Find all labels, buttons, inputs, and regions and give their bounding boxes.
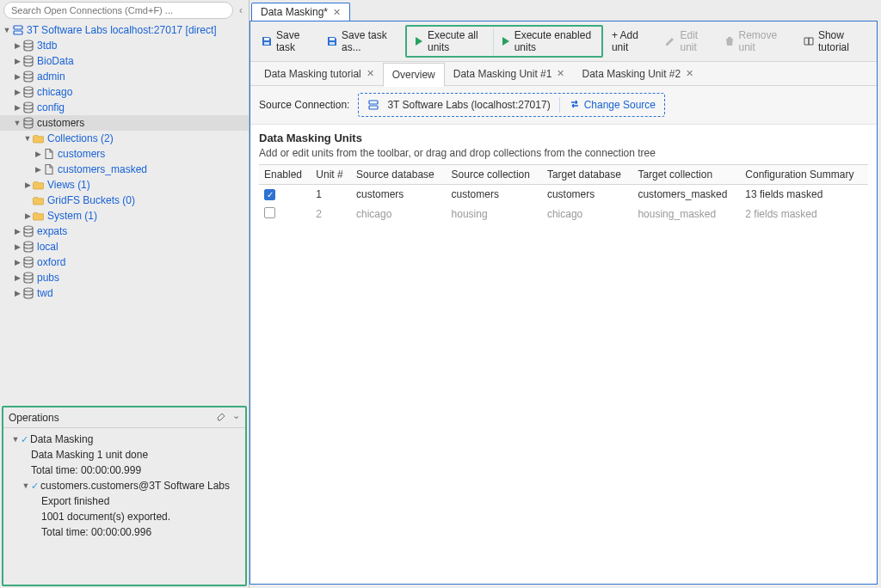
save-task-as-button[interactable]: Save task as... [321, 27, 402, 56]
tree-label: customers_masked [58, 163, 147, 175]
chevron-down-icon[interactable]: ⌄ [232, 410, 240, 425]
tree-label: config [37, 101, 65, 113]
add-unit-button[interactable]: + Add unit [607, 27, 656, 56]
change-source-button[interactable]: Change Source [569, 98, 656, 113]
database-icon [22, 272, 34, 284]
database-icon [22, 70, 34, 83]
op-line: Total time: 00:00:00.996 [7, 524, 242, 540]
tree-label: twd [37, 287, 53, 299]
col-tgt-coll[interactable]: Target collection [632, 165, 740, 185]
close-icon[interactable]: ✕ [686, 68, 693, 79]
tree-label: Views (1) [47, 179, 90, 191]
close-icon[interactable]: ✕ [367, 68, 374, 79]
units-hint: Add or edit units from the toolbar, or d… [259, 147, 868, 159]
subtab-tutorial[interactable]: Data Masking tutorial✕ [256, 63, 383, 85]
connection-tree: ▼ 3T Software Labs localhost:27017 [dire… [0, 21, 249, 406]
col-summary[interactable]: Configuration Summary [740, 165, 868, 185]
tree-db[interactable]: ▶3tdb [0, 38, 249, 53]
database-icon [22, 55, 34, 67]
tree-label: System (1) [47, 210, 97, 222]
database-icon [22, 101, 34, 113]
execute-all-units-button[interactable]: Execute all units [407, 27, 494, 56]
tree-db[interactable]: ▶pubs [0, 270, 249, 285]
database-icon [22, 86, 34, 98]
tree-label: expats [37, 225, 67, 237]
play-icon [499, 35, 511, 47]
op-child[interactable]: ▼✓customers.customers@3T Software Labs [7, 478, 242, 493]
database-icon [22, 40, 34, 52]
tree-views-folder[interactable]: ▶Views (1) [0, 177, 249, 193]
tree-label: pubs [37, 272, 59, 284]
edit-unit-button: Edit unit [659, 27, 714, 56]
tree-label: chicago [37, 86, 72, 98]
document-icon [43, 163, 55, 175]
database-icon [22, 225, 34, 237]
units-table: Enabled Unit # Source database Source co… [259, 164, 868, 224]
tree-system-folder[interactable]: ▶System (1) [0, 208, 249, 224]
subtab-unit-1[interactable]: Data Masking Unit #1✕ [445, 63, 574, 85]
enabled-checkbox[interactable] [264, 207, 275, 218]
save-task-button[interactable]: Save task [256, 27, 317, 56]
op-line: Export finished [7, 493, 242, 509]
subtab-unit-2[interactable]: Data Masking Unit #2✕ [573, 63, 702, 85]
database-icon [22, 241, 34, 253]
connection-sidebar: ‹ ▼ 3T Software Labs localhost:27017 [di… [0, 0, 250, 588]
document-icon [43, 148, 55, 160]
show-tutorial-button[interactable]: Show tutorial [798, 27, 872, 56]
execute-button-group: Execute all units Execute enabled units [405, 25, 603, 58]
tree-db[interactable]: ▶chicago [0, 84, 249, 100]
collapse-sidebar-icon[interactable]: ‹ [237, 4, 245, 16]
tree-db[interactable]: ▶config [0, 100, 249, 115]
col-src-db[interactable]: Source database [351, 165, 447, 185]
close-icon[interactable]: ✕ [333, 7, 341, 18]
col-tgt-db[interactable]: Target database [542, 165, 633, 185]
search-input[interactable] [3, 2, 233, 19]
folder-icon [33, 179, 45, 191]
source-connection-row: Source Connection: 3T Software Labs (loc… [250, 86, 877, 125]
folder-icon [33, 194, 45, 206]
subtab-overview[interactable]: Overview [383, 63, 445, 87]
editor-tab-label: Data Masking* [261, 6, 328, 18]
op-label: Data Masking [30, 433, 93, 445]
editor-tab-data-masking[interactable]: Data Masking* ✕ [251, 3, 350, 21]
op-line: Data Masking 1 unit done [7, 447, 242, 462]
tree-db[interactable]: ▶expats [0, 224, 249, 239]
op-root[interactable]: ▼✓Data Masking [7, 432, 242, 447]
server-icon [367, 99, 379, 111]
tree-label: GridFS Buckets (0) [47, 194, 135, 206]
op-line: 1001 document(s) exported. [7, 509, 242, 524]
tree-label: customers [37, 117, 84, 129]
play-icon [412, 35, 424, 47]
source-connection-chip: 3T Software Labs (localhost:27017) [367, 99, 550, 111]
tree-db[interactable]: ▶BioData [0, 53, 249, 69]
tree-collection[interactable]: ▶customers_masked [0, 162, 249, 177]
operations-title: Operations [9, 412, 59, 424]
units-section: Data Masking Units Add or edit units fro… [250, 125, 877, 231]
database-icon [22, 117, 34, 129]
close-icon[interactable]: ✕ [557, 68, 564, 79]
eraser-icon[interactable] [215, 410, 227, 425]
tree-label: BioData [37, 55, 74, 67]
enabled-checkbox[interactable]: ✓ [264, 189, 275, 200]
col-unit[interactable]: Unit # [311, 165, 351, 185]
tree-gridfs-folder[interactable]: ▶GridFS Buckets (0) [0, 193, 249, 208]
tree-db[interactable]: ▶admin [0, 69, 249, 84]
col-enabled[interactable]: Enabled [259, 165, 311, 185]
units-title: Data Masking Units [259, 132, 868, 144]
tree-db[interactable]: ▶oxford [0, 254, 249, 270]
tree-collections-folder[interactable]: ▼Collections (2) [0, 131, 249, 146]
folder-icon [33, 210, 45, 222]
tree-label: local [37, 241, 59, 253]
table-row[interactable]: ✓ 1 customers customers customers custom… [259, 185, 868, 205]
table-row[interactable]: 2 chicago housing chicago housing_masked… [259, 204, 868, 224]
tree-db[interactable]: ▶twd [0, 285, 249, 301]
tree-db-customers[interactable]: ▼customers [0, 115, 249, 131]
trash-icon [724, 35, 736, 47]
tree-collection[interactable]: ▶customers [0, 146, 249, 162]
tree-connection-root[interactable]: ▼ 3T Software Labs localhost:27017 [dire… [0, 22, 249, 38]
tree-label: oxford [37, 256, 65, 268]
execute-enabled-units-button[interactable]: Execute enabled units [494, 27, 601, 56]
col-src-coll[interactable]: Source collection [447, 165, 542, 185]
tree-db[interactable]: ▶local [0, 239, 249, 254]
tree-label: 3T Software Labs localhost:27017 [direct… [27, 24, 217, 36]
